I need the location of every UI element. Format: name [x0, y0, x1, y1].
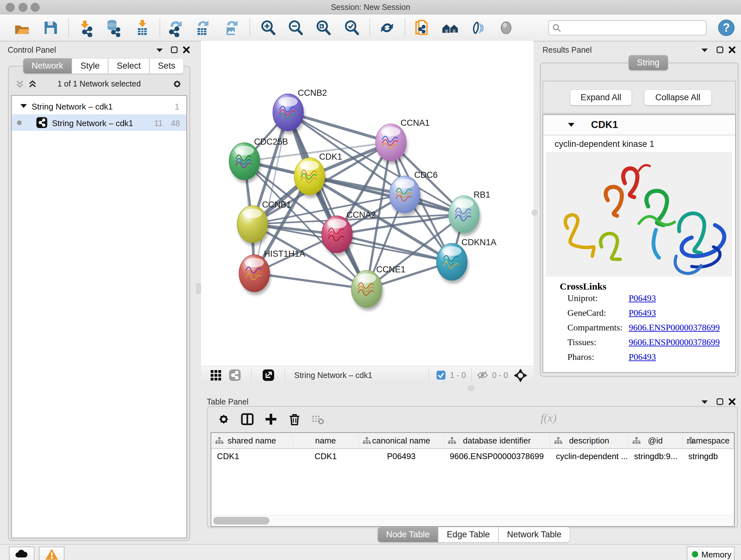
tab-node-table[interactable]: Node Table: [378, 527, 438, 543]
table-gear-icon[interactable]: [216, 412, 231, 428]
table-panel-float-icon[interactable]: [701, 399, 709, 406]
zoom-out-icon[interactable]: [286, 18, 305, 37]
results-panel-float-icon[interactable]: [701, 47, 709, 54]
network-node-CDC6[interactable]: CDC6: [389, 170, 438, 216]
network-row-selected[interactable]: String Network – cdk1 11 48: [12, 114, 186, 131]
birds-eye-view-icon[interactable]: [497, 18, 515, 37]
tab-sets[interactable]: Sets: [149, 58, 184, 74]
export-image-icon[interactable]: [222, 18, 240, 37]
export-network-icon[interactable]: [166, 18, 185, 37]
control-panel-float-icon[interactable]: [156, 47, 163, 54]
cloud-status-button[interactable]: [9, 547, 35, 560]
column-header-description[interactable]: description: [550, 433, 628, 448]
column-header-name[interactable]: name: [293, 433, 359, 448]
home-icon[interactable]: [441, 18, 460, 37]
warning-status-button[interactable]: [39, 547, 64, 560]
network-options-gear-icon[interactable]: [171, 78, 183, 91]
tab-network-table[interactable]: Network Table: [498, 527, 570, 543]
table-row[interactable]: CDK1CDK1P064939606.ENSP00000378699cyclin…: [211, 449, 734, 463]
import-network-from-database-icon[interactable]: [104, 18, 122, 37]
selected-checkbox-icon[interactable]: [436, 370, 446, 381]
results-panel-maximize-icon[interactable]: [716, 46, 724, 55]
open-in-new-window-icon[interactable]: [262, 369, 275, 383]
network-collection-row[interactable]: String Network – cdk1 1: [12, 98, 186, 114]
tab-style[interactable]: Style: [72, 58, 108, 74]
result-entry-header[interactable]: CDK1: [543, 115, 735, 135]
network-node-CCNA1[interactable]: CCNA1: [376, 118, 430, 164]
network-share-view-icon[interactable]: [228, 369, 241, 383]
network-node-CDKN1A[interactable]: CDKN1A: [436, 238, 496, 284]
selected-counts: 1 - 0: [450, 371, 466, 380]
show-graphics-details-icon[interactable]: [469, 18, 488, 37]
zoom-selected-icon[interactable]: [342, 18, 361, 37]
table-cell[interactable]: stringdb: [683, 449, 734, 463]
table-panel-maximize-icon[interactable]: [716, 398, 724, 407]
birds-eye-toggle-icon[interactable]: [513, 368, 528, 384]
svg-text:?: ?: [723, 21, 730, 34]
import-network-icon[interactable]: [77, 18, 95, 37]
save-session-icon[interactable]: [41, 18, 60, 37]
toolbar-separator: [405, 18, 405, 37]
network-node-HIST1H1A[interactable]: HIST1H1A: [239, 249, 305, 295]
column-header-canonical-name[interactable]: canonical name: [359, 433, 444, 448]
column-header-namespace[interactable]: namespace: [683, 433, 734, 448]
network-node-count: 11: [154, 118, 163, 128]
column-header-@id[interactable]: @id: [628, 433, 683, 448]
tab-string[interactable]: String: [628, 55, 668, 71]
help-icon[interactable]: ?: [717, 18, 736, 37]
column-header-shared-name[interactable]: shared name: [211, 433, 293, 448]
network-edge-count: 48: [171, 118, 180, 128]
open-session-icon[interactable]: [12, 18, 31, 37]
table-cell[interactable]: CDK1: [211, 449, 293, 463]
network-canvas[interactable]: CCNB2CCNA1CDC25BCDK1CDC6RB1CCNB1CCNA2CDK…: [201, 41, 534, 366]
zoom-in-icon[interactable]: [259, 18, 277, 37]
network-tab-panel: 1 of 1 Network selected String Network –…: [8, 66, 190, 541]
crosslink-row: Compartments:9606.ENSP00000378699: [543, 322, 735, 337]
grid-view-icon[interactable]: [209, 369, 222, 383]
node-label: CCNE1: [376, 265, 406, 274]
control-panel-maximize-icon[interactable]: [171, 46, 178, 55]
network-edge[interactable]: [254, 273, 367, 289]
memory-button[interactable]: Memory: [687, 547, 735, 560]
crosslink-link[interactable]: 9606.ENSP00000378699: [629, 322, 720, 333]
expand-all-button[interactable]: Expand All: [570, 89, 632, 105]
network-node-RB1[interactable]: RB1: [449, 190, 490, 236]
title-bar: Session: New Session: [0, 0, 741, 14]
table-panel-close-icon[interactable]: [728, 398, 736, 407]
export-table-icon[interactable]: [193, 18, 212, 37]
results-panel-close-icon[interactable]: [728, 46, 736, 55]
tab-network[interactable]: Network: [23, 58, 72, 74]
delete-column-icon[interactable]: [287, 412, 302, 428]
tab-edge-table[interactable]: Edge Table: [438, 527, 498, 543]
table-cell[interactable]: stringdb:9...: [628, 449, 683, 463]
horizontal-divider-handle[interactable]: [468, 386, 474, 391]
crosslink-link[interactable]: P06493: [629, 352, 656, 362]
right-divider-handle[interactable]: [532, 210, 537, 215]
column-header-database-identifier[interactable]: database identifier: [444, 433, 550, 448]
delete-table-icon-disabled: [310, 412, 325, 428]
table-cell[interactable]: 9606.ENSP00000378699: [444, 449, 550, 463]
search-input[interactable]: [564, 21, 703, 34]
crosslink-link[interactable]: P06493: [629, 308, 656, 318]
crosslink-link[interactable]: 9606.ENSP00000378699: [629, 337, 720, 348]
crosslink-link[interactable]: P06493: [629, 293, 656, 303]
add-column-icon[interactable]: [264, 412, 278, 428]
zoom-fit-icon[interactable]: [314, 18, 333, 37]
refresh-icon[interactable]: [378, 18, 396, 37]
table-cell[interactable]: P06493: [359, 449, 444, 463]
import-table-icon[interactable]: [133, 18, 151, 37]
show-columns-icon[interactable]: [240, 412, 255, 428]
collection-expand-icon[interactable]: [20, 104, 27, 110]
hidden-eye-icon[interactable]: [476, 370, 489, 381]
entry-collapse-icon[interactable]: [567, 122, 575, 129]
tab-select[interactable]: Select: [108, 58, 149, 74]
share-document-icon[interactable]: [413, 18, 431, 37]
table-cell[interactable]: CDK1: [293, 449, 359, 463]
collapse-all-button[interactable]: Collapse All: [644, 89, 712, 105]
left-divider-handle[interactable]: [196, 284, 201, 294]
network-node-CCNB2[interactable]: CCNB2: [273, 88, 327, 134]
scrollbar-thumb[interactable]: [213, 517, 269, 524]
control-panel-close-icon[interactable]: [183, 46, 190, 55]
table-cell[interactable]: cyclin-dependent ...: [550, 449, 628, 463]
crosslink-label: Uniprot:: [567, 293, 598, 303]
